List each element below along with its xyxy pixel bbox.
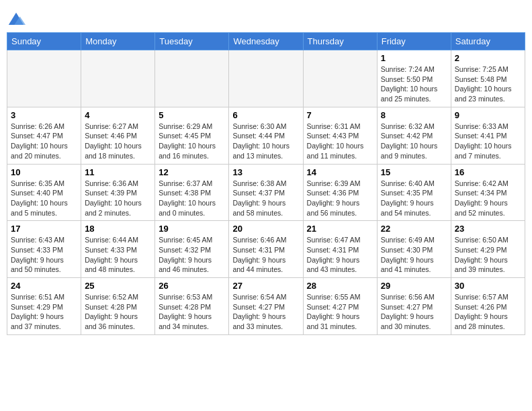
day-number: 12 <box>159 167 225 177</box>
day-number: 10 <box>11 167 77 177</box>
day-info: Sunrise: 6:42 AM Sunset: 4:34 PM Dayligh… <box>455 179 521 218</box>
header <box>7 7 525 30</box>
calendar-week-2: 10Sunrise: 6:35 AM Sunset: 4:40 PM Dayli… <box>7 164 525 221</box>
calendar-header-saturday: Saturday <box>451 33 525 50</box>
day-info: Sunrise: 6:37 AM Sunset: 4:38 PM Dayligh… <box>159 179 225 218</box>
day-number: 11 <box>85 167 151 177</box>
day-info: Sunrise: 6:46 AM Sunset: 4:31 PM Dayligh… <box>232 235 299 275</box>
day-number: 23 <box>455 224 521 234</box>
day-number: 30 <box>455 281 521 291</box>
calendar-cell: 21Sunrise: 6:47 AM Sunset: 4:31 PM Dayli… <box>303 221 377 278</box>
calendar-cell: 6Sunrise: 6:30 AM Sunset: 4:44 PM Daylig… <box>229 107 303 164</box>
calendar-week-4: 24Sunrise: 6:51 AM Sunset: 4:29 PM Dayli… <box>7 278 525 335</box>
calendar-header-row: SundayMondayTuesdayWednesdayThursdayFrid… <box>7 33 525 50</box>
calendar-week-1: 3Sunrise: 6:26 AM Sunset: 4:47 PM Daylig… <box>7 107 525 164</box>
day-number: 13 <box>232 167 299 177</box>
calendar: SundayMondayTuesdayWednesdayThursdayFrid… <box>7 32 525 335</box>
day-number: 15 <box>381 167 447 177</box>
day-info: Sunrise: 6:26 AM Sunset: 4:47 PM Dayligh… <box>11 122 77 161</box>
calendar-cell: 18Sunrise: 6:44 AM Sunset: 4:33 PM Dayli… <box>81 221 155 278</box>
calendar-cell: 20Sunrise: 6:46 AM Sunset: 4:31 PM Dayli… <box>229 221 303 278</box>
calendar-cell: 9Sunrise: 6:33 AM Sunset: 4:41 PM Daylig… <box>451 107 525 164</box>
calendar-cell: 15Sunrise: 6:40 AM Sunset: 4:35 PM Dayli… <box>377 164 451 221</box>
calendar-cell: 1Sunrise: 7:24 AM Sunset: 5:50 PM Daylig… <box>377 50 451 107</box>
day-info: Sunrise: 6:35 AM Sunset: 4:40 PM Dayligh… <box>11 179 77 218</box>
day-info: Sunrise: 6:30 AM Sunset: 4:44 PM Dayligh… <box>232 122 299 161</box>
day-info: Sunrise: 6:49 AM Sunset: 4:30 PM Dayligh… <box>381 235 447 275</box>
calendar-cell: 17Sunrise: 6:43 AM Sunset: 4:33 PM Dayli… <box>7 221 81 278</box>
logo <box>7 11 27 30</box>
day-info: Sunrise: 6:32 AM Sunset: 4:42 PM Dayligh… <box>381 122 447 161</box>
calendar-cell: 13Sunrise: 6:38 AM Sunset: 4:37 PM Dayli… <box>229 164 303 221</box>
calendar-header-friday: Friday <box>377 33 451 50</box>
day-number: 9 <box>455 110 521 120</box>
calendar-week-0: 1Sunrise: 7:24 AM Sunset: 5:50 PM Daylig… <box>7 50 525 107</box>
day-info: Sunrise: 6:45 AM Sunset: 4:32 PM Dayligh… <box>159 235 225 275</box>
day-number: 14 <box>307 167 373 177</box>
calendar-cell: 7Sunrise: 6:31 AM Sunset: 4:43 PM Daylig… <box>303 107 377 164</box>
calendar-cell: 3Sunrise: 6:26 AM Sunset: 4:47 PM Daylig… <box>7 107 81 164</box>
day-number: 16 <box>455 167 521 177</box>
day-number: 28 <box>307 281 373 291</box>
day-info: Sunrise: 6:40 AM Sunset: 4:35 PM Dayligh… <box>381 179 447 218</box>
day-number: 8 <box>381 110 447 120</box>
day-info: Sunrise: 6:29 AM Sunset: 4:45 PM Dayligh… <box>159 122 225 161</box>
calendar-cell: 23Sunrise: 6:50 AM Sunset: 4:29 PM Dayli… <box>451 221 525 278</box>
calendar-cell <box>7 50 81 107</box>
day-info: Sunrise: 6:50 AM Sunset: 4:29 PM Dayligh… <box>455 235 521 275</box>
calendar-header-tuesday: Tuesday <box>155 33 229 50</box>
calendar-header-wednesday: Wednesday <box>229 33 303 50</box>
day-info: Sunrise: 6:31 AM Sunset: 4:43 PM Dayligh… <box>307 122 373 161</box>
day-info: Sunrise: 7:25 AM Sunset: 5:48 PM Dayligh… <box>455 64 521 104</box>
day-number: 26 <box>159 281 225 291</box>
day-info: Sunrise: 6:57 AM Sunset: 4:26 PM Dayligh… <box>455 292 521 332</box>
day-info: Sunrise: 6:39 AM Sunset: 4:36 PM Dayligh… <box>307 179 373 218</box>
day-info: Sunrise: 6:53 AM Sunset: 4:28 PM Dayligh… <box>159 292 225 332</box>
day-info: Sunrise: 6:47 AM Sunset: 4:31 PM Dayligh… <box>307 235 373 275</box>
calendar-cell: 19Sunrise: 6:45 AM Sunset: 4:32 PM Dayli… <box>155 221 229 278</box>
calendar-cell: 24Sunrise: 6:51 AM Sunset: 4:29 PM Dayli… <box>7 278 81 335</box>
day-number: 21 <box>307 224 373 234</box>
calendar-cell: 10Sunrise: 6:35 AM Sunset: 4:40 PM Dayli… <box>7 164 81 221</box>
calendar-cell: 27Sunrise: 6:54 AM Sunset: 4:27 PM Dayli… <box>229 278 303 335</box>
calendar-cell: 12Sunrise: 6:37 AM Sunset: 4:38 PM Dayli… <box>155 164 229 221</box>
calendar-cell <box>155 50 229 107</box>
calendar-cell: 5Sunrise: 6:29 AM Sunset: 4:45 PM Daylig… <box>155 107 229 164</box>
calendar-cell <box>303 50 377 107</box>
calendar-cell <box>229 50 303 107</box>
day-number: 19 <box>159 224 225 234</box>
calendar-cell: 14Sunrise: 6:39 AM Sunset: 4:36 PM Dayli… <box>303 164 377 221</box>
day-info: Sunrise: 6:56 AM Sunset: 4:27 PM Dayligh… <box>381 292 447 332</box>
day-number: 27 <box>232 281 299 291</box>
day-number: 2 <box>455 53 521 63</box>
calendar-cell: 28Sunrise: 6:55 AM Sunset: 4:27 PM Dayli… <box>303 278 377 335</box>
calendar-cell: 16Sunrise: 6:42 AM Sunset: 4:34 PM Dayli… <box>451 164 525 221</box>
day-info: Sunrise: 7:24 AM Sunset: 5:50 PM Dayligh… <box>381 64 447 104</box>
calendar-cell <box>81 50 155 107</box>
calendar-cell: 2Sunrise: 7:25 AM Sunset: 5:48 PM Daylig… <box>451 50 525 107</box>
day-number: 1 <box>381 53 447 63</box>
day-info: Sunrise: 6:55 AM Sunset: 4:27 PM Dayligh… <box>307 292 373 332</box>
day-number: 22 <box>381 224 447 234</box>
day-info: Sunrise: 6:52 AM Sunset: 4:28 PM Dayligh… <box>85 292 151 332</box>
calendar-cell: 29Sunrise: 6:56 AM Sunset: 4:27 PM Dayli… <box>377 278 451 335</box>
day-info: Sunrise: 6:38 AM Sunset: 4:37 PM Dayligh… <box>232 179 299 218</box>
calendar-header-sunday: Sunday <box>7 33 81 50</box>
day-number: 7 <box>307 110 373 120</box>
day-info: Sunrise: 6:43 AM Sunset: 4:33 PM Dayligh… <box>11 235 77 275</box>
calendar-cell: 4Sunrise: 6:27 AM Sunset: 4:46 PM Daylig… <box>81 107 155 164</box>
day-number: 24 <box>11 281 77 291</box>
logo-icon <box>7 11 26 30</box>
calendar-cell: 25Sunrise: 6:52 AM Sunset: 4:28 PM Dayli… <box>81 278 155 335</box>
calendar-header-thursday: Thursday <box>303 33 377 50</box>
day-number: 25 <box>85 281 151 291</box>
day-info: Sunrise: 6:51 AM Sunset: 4:29 PM Dayligh… <box>11 292 77 332</box>
day-number: 18 <box>85 224 151 234</box>
calendar-cell: 26Sunrise: 6:53 AM Sunset: 4:28 PM Dayli… <box>155 278 229 335</box>
day-info: Sunrise: 6:54 AM Sunset: 4:27 PM Dayligh… <box>232 292 299 332</box>
day-info: Sunrise: 6:33 AM Sunset: 4:41 PM Dayligh… <box>455 122 521 161</box>
day-number: 20 <box>232 224 299 234</box>
day-info: Sunrise: 6:44 AM Sunset: 4:33 PM Dayligh… <box>85 235 151 275</box>
day-number: 17 <box>11 224 77 234</box>
calendar-cell: 22Sunrise: 6:49 AM Sunset: 4:30 PM Dayli… <box>377 221 451 278</box>
